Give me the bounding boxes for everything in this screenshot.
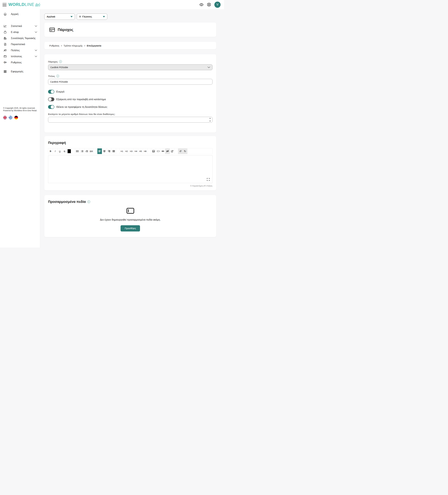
provider-field-label: Πάροχος [48, 60, 58, 63]
breadcrumb-item-payment-methods[interactable]: Τρόποι πληρωμής [64, 44, 82, 47]
strikethrough-button[interactable]: S [62, 148, 67, 154]
info-icon[interactable]: i [56, 75, 59, 78]
active-toggle[interactable] [48, 90, 54, 94]
installments-toggle[interactable] [48, 105, 54, 109]
logo-primary: WORLD [8, 2, 25, 7]
input-field-icon [126, 208, 134, 214]
exclude-pickup-toggle-label: Εξαίρεση από την παραλαβή από κατάστημα [56, 98, 106, 101]
toolbar-spacer [148, 148, 151, 154]
align-right-button[interactable] [107, 148, 111, 154]
sidebar-item-invoices[interactable]: Παραστατικά [0, 41, 40, 47]
germany-flag[interactable] [14, 116, 18, 120]
active-toggle-label: Ενεργό [56, 90, 64, 93]
stats-icon [3, 24, 7, 28]
h1-button[interactable]: H1 [120, 148, 124, 154]
breadcrumb-item-settings[interactable]: Ρυθμίσεις [49, 44, 59, 47]
align-left-button[interactable] [97, 148, 102, 154]
title-field-label: Τίτλος [48, 75, 55, 78]
provider-form-card: Πάροχος i Cardlink POSsible Τίτλος i Ενε… [44, 54, 216, 133]
description-editor-area[interactable] [48, 155, 213, 183]
sidebar-item-settings[interactable]: ⚙⚙ Ρυθμίσεις [0, 59, 40, 66]
undo-button[interactable]: ↺ [178, 148, 183, 154]
align-center-button[interactable] [102, 148, 107, 154]
toolbar-filler [188, 148, 212, 154]
sidebar-item-cash-transactions[interactable]: Συναλλαγές Ταμειακής [0, 35, 40, 41]
open-link-button[interactable] [170, 148, 175, 154]
underline-button[interactable]: U [57, 148, 62, 154]
italic-button[interactable]: I [53, 148, 57, 154]
justify-button[interactable] [111, 148, 116, 154]
breadcrumb-separator: > [84, 44, 85, 47]
spinner-down-icon[interactable] [209, 121, 211, 122]
bullet-list-button[interactable] [75, 148, 80, 154]
document-icon [3, 43, 7, 46]
title-input[interactable] [48, 79, 213, 85]
h5-button[interactable]: H5 [138, 148, 143, 154]
chevron-down-icon [35, 25, 37, 27]
help-lifebuoy-icon[interactable] [207, 3, 211, 7]
sidebar-item-label: Ρυθμίσεις [11, 61, 22, 64]
greece-flag[interactable] [9, 116, 13, 120]
chevron-down-icon [35, 31, 37, 33]
uk-flag[interactable] [3, 116, 7, 120]
sidebar-item-label: E-shop [11, 31, 19, 34]
info-icon[interactable]: i [87, 200, 90, 203]
h3-button[interactable]: H3 [129, 148, 134, 154]
sidebar-item-website[interactable]: Ιστότοπος [0, 53, 40, 59]
toolbar-spacer [116, 148, 120, 154]
add-custom-field-button[interactable]: Προσθήκη [121, 225, 140, 232]
hamburger-menu-icon[interactable] [2, 3, 7, 6]
preview-eye-icon[interactable] [199, 3, 204, 7]
toolbar-spacer [71, 148, 75, 154]
dropdown-triangle-icon [70, 16, 73, 17]
fullscreen-icon[interactable] [207, 178, 210, 181]
website-icon [3, 55, 7, 58]
provider-select-value: Cardlink POSsible [50, 66, 68, 69]
exclude-pickup-toggle[interactable] [48, 97, 54, 101]
powered-by-line: Powered by Worldline All-in-One Retail. [3, 109, 38, 112]
description-heading: Περιγραφή [48, 141, 213, 145]
spinner-up-icon[interactable] [209, 118, 211, 119]
installments-max-label: Εισάγετε το μέγιστο αριθμό δόσεων που θα… [48, 113, 115, 115]
dropdown-triangle-icon [103, 16, 105, 17]
h4-button[interactable]: H4 [134, 148, 138, 154]
sidebar: Αρχική Στατιστικά E-shop Συναλλαγές Ταμε… [0, 9, 40, 248]
installments-toggle-label: Θέλετε να προσφέρετε τη δυνατότητα δόσεω… [56, 106, 108, 109]
chevron-down-icon [207, 67, 210, 68]
text-color-button[interactable] [67, 148, 71, 154]
sidebar-item-home[interactable]: Αρχική [0, 11, 40, 17]
insert-link-button[interactable] [161, 148, 165, 154]
installments-max-input[interactable] [48, 117, 213, 123]
sidebar-item-label: Παραστατικά [11, 43, 25, 46]
shopping-bag-icon [3, 30, 7, 34]
sidebar-item-customers[interactable]: Πελάτες [0, 47, 40, 53]
code-view-button[interactable] [156, 148, 161, 154]
sidebar-item-statistics[interactable]: Στατιστικά [0, 23, 40, 29]
worldline-wave-icon [35, 3, 41, 7]
content-language-select[interactable]: Αγγλικά [44, 14, 75, 20]
sidebar-item-eshop[interactable]: E-shop [0, 29, 40, 35]
insert-image-button[interactable] [151, 148, 156, 154]
avatar[interactable]: V [214, 1, 221, 8]
h2-button[interactable]: H2 [124, 148, 129, 154]
custom-fields-heading: Προσαρμοσμένα πεδία [48, 200, 86, 204]
bold-button[interactable]: B [48, 148, 53, 154]
provider-select[interactable]: Cardlink POSsible [48, 64, 213, 70]
indent-list-button[interactable] [84, 148, 89, 154]
credit-card-icon [49, 28, 55, 32]
cash-register-icon [3, 37, 7, 40]
sidebar-item-apps[interactable]: Εφαρμογές [0, 69, 40, 74]
languages-settings-select[interactable]: ⚙ Γλώσσες [77, 14, 107, 20]
number-spinner[interactable] [209, 117, 211, 123]
breadcrumb-separator: > [61, 44, 62, 47]
line-break-button[interactable]: BR [89, 148, 94, 154]
info-icon[interactable]: i [59, 60, 62, 63]
avatar-initial: V [217, 3, 218, 6]
copyright-line: © Copyright 2025. All rights reserved. [3, 107, 38, 109]
breadcrumb: Ρυθμίσεις > Τρόποι πληρωμής > Επεξεργασί… [44, 42, 216, 49]
unlink-button[interactable] [165, 148, 170, 154]
numbered-list-button[interactable]: 12 [80, 148, 84, 154]
redo-button[interactable]: ↻ [183, 148, 188, 154]
h6-button[interactable]: H6 [143, 148, 148, 154]
page-title: Πάροχος [58, 28, 73, 32]
